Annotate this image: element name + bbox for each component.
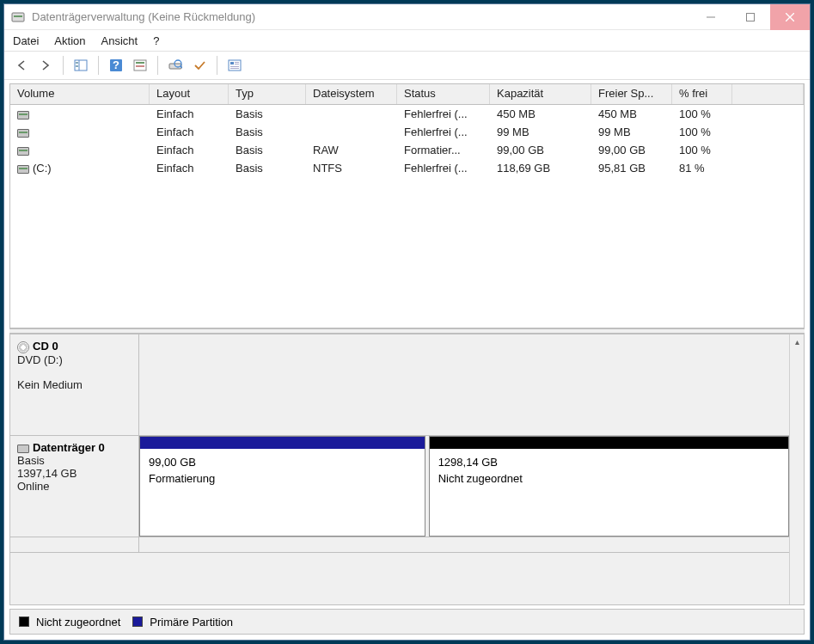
close-button[interactable] [770, 4, 810, 30]
cell-freier-speicher: 99,00 GB [591, 144, 672, 156]
show-hide-console-tree-button[interactable] [70, 55, 91, 76]
partition-size: 1298,14 GB [430, 449, 788, 472]
cell-prozent-frei: 100 % [672, 144, 732, 156]
cell-prozent-frei: 100 % [672, 107, 732, 120]
settings-button[interactable] [224, 55, 245, 76]
svg-rect-13 [136, 62, 144, 64]
disk-label-disk0: Datenträger 0 Basis 1397,14 GB Online [10, 436, 139, 537]
legend-swatch-primary [132, 616, 143, 627]
volume-icon [17, 165, 29, 174]
disk-row-cd0[interactable]: CD 0 DVD (D:) Kein Medium [10, 334, 789, 436]
disk-title: Datenträger 0 [33, 441, 105, 454]
refresh-button[interactable] [130, 55, 150, 76]
volume-list[interactable]: Volume Layout Typ Dateisystem Status Kap… [9, 83, 805, 328]
toolbar: ? [4, 51, 810, 80]
rescan-disks-button[interactable] [165, 55, 186, 76]
disk-row-disk0[interactable]: Datenträger 0 Basis 1397,14 GB Online 99… [10, 436, 789, 537]
cell-status: Formatier... [397, 144, 490, 156]
cell-layout: Einfach [150, 107, 229, 120]
apply-button[interactable] [189, 55, 210, 76]
volume-icon [17, 111, 29, 120]
titlebar[interactable]: Datenträgerverwaltung (Keine Rückmeldung… [4, 4, 810, 30]
column-layout[interactable]: Layout [150, 84, 229, 104]
menu-ansicht[interactable]: Ansicht [101, 34, 138, 47]
partition-size: 99,00 GB [140, 449, 425, 472]
cell-dateisystem: RAW [306, 144, 397, 156]
cell-layout: Einfach [150, 162, 229, 175]
forward-button[interactable] [35, 55, 56, 76]
cell-prozent-frei: 81 % [672, 162, 732, 175]
minimize-button[interactable] [691, 4, 731, 30]
cell-kapazitaet: 450 MB [490, 107, 591, 120]
hard-disk-icon [17, 445, 29, 453]
disk-state: Online [17, 480, 132, 493]
column-spacer [732, 84, 804, 104]
cell-layout: Einfach [150, 126, 229, 138]
toolbar-separator [217, 56, 217, 75]
svg-rect-19 [230, 62, 234, 64]
cell-status: Fehlerfrei (... [397, 107, 490, 120]
cell-typ: Basis [229, 107, 306, 120]
menu-datei[interactable]: Datei [13, 34, 39, 47]
volume-list-header: Volume Layout Typ Dateisystem Status Kap… [10, 84, 804, 105]
disk-row-spacer [10, 537, 789, 553]
volume-row[interactable]: EinfachBasisFehlerfrei (...450 MB450 MB1… [10, 105, 804, 123]
svg-rect-3 [747, 13, 755, 21]
svg-rect-14 [136, 65, 144, 67]
column-dateisystem[interactable]: Dateisystem [306, 84, 397, 104]
disk-state: Kein Medium [17, 378, 132, 391]
cell-freier-speicher: 99 MB [591, 126, 672, 138]
cell-dateisystem: NTFS [306, 162, 397, 175]
menubar: Datei Aktion Ansicht ? [4, 30, 810, 51]
cell-freier-speicher: 95,81 GB [591, 162, 672, 175]
column-typ[interactable]: Typ [229, 84, 306, 104]
partition-stripe [140, 437, 425, 449]
partition-unallocated[interactable]: 1298,14 GB Nicht zugeordnet [429, 436, 789, 537]
back-button[interactable] [11, 55, 32, 76]
volume-row[interactable]: EinfachBasisFehlerfrei (...99 MB99 MB100… [10, 123, 804, 141]
disk-size: 1397,14 GB [17, 467, 132, 480]
volume-icon [17, 147, 29, 156]
cell-typ: Basis [229, 144, 306, 156]
disk-title: CD 0 [33, 340, 58, 353]
volume-row[interactable]: (C:)EinfachBasisNTFSFehlerfrei (...118,6… [10, 159, 804, 177]
cell-kapazitaet: 99,00 GB [490, 144, 591, 156]
legend-swatch-unallocated [19, 616, 29, 627]
disk-type: Basis [17, 454, 132, 467]
window-title: Datenträgerverwaltung (Keine Rückmeldung… [32, 10, 691, 23]
disk-management-window: Datenträgerverwaltung (Keine Rückmeldung… [3, 3, 811, 641]
column-status[interactable]: Status [397, 84, 490, 104]
maximize-button[interactable] [731, 4, 770, 30]
disk-label-cd0: CD 0 DVD (D:) Kein Medium [10, 334, 139, 435]
volume-list-body: EinfachBasisFehlerfrei (...450 MB450 MB1… [10, 105, 804, 328]
cell-kapazitaet: 99 MB [490, 126, 591, 138]
menu-hilfe[interactable]: ? [153, 34, 159, 47]
column-prozent-frei[interactable]: % frei [672, 84, 732, 104]
column-volume[interactable]: Volume [10, 84, 150, 104]
volume-row[interactable]: EinfachBasisRAWFormatier...99,00 GB99,00… [10, 141, 804, 159]
svg-text:?: ? [113, 58, 119, 71]
svg-rect-1 [14, 15, 22, 17]
cell-typ: Basis [229, 162, 306, 175]
cell-freier-speicher: 450 MB [591, 107, 672, 120]
vertical-scrollbar[interactable]: ▴ [789, 334, 804, 604]
legend-label-unallocated: Nicht zugeordnet [36, 616, 120, 629]
cell-status: Fehlerfrei (... [397, 126, 490, 138]
app-icon [11, 10, 25, 24]
disk-partitions-cd0 [139, 334, 789, 435]
column-freier-speicher[interactable]: Freier Sp... [591, 84, 672, 104]
svg-rect-9 [76, 65, 78, 67]
partition-primary[interactable]: 99,00 GB Formatierung [139, 436, 425, 537]
column-kapazitaet[interactable]: Kapazität [490, 84, 591, 104]
cell-layout: Einfach [150, 144, 229, 156]
svg-rect-22 [230, 66, 239, 67]
help-button[interactable]: ? [106, 55, 126, 76]
cell-status: Fehlerfrei (... [397, 162, 490, 175]
cell-typ: Basis [229, 126, 306, 138]
scroll-up-icon[interactable]: ▴ [790, 334, 804, 349]
svg-rect-8 [76, 62, 78, 64]
toolbar-separator [63, 56, 64, 75]
cell-kapazitaet: 118,69 GB [490, 162, 591, 175]
volume-icon [17, 129, 29, 138]
menu-aktion[interactable]: Aktion [54, 34, 85, 47]
